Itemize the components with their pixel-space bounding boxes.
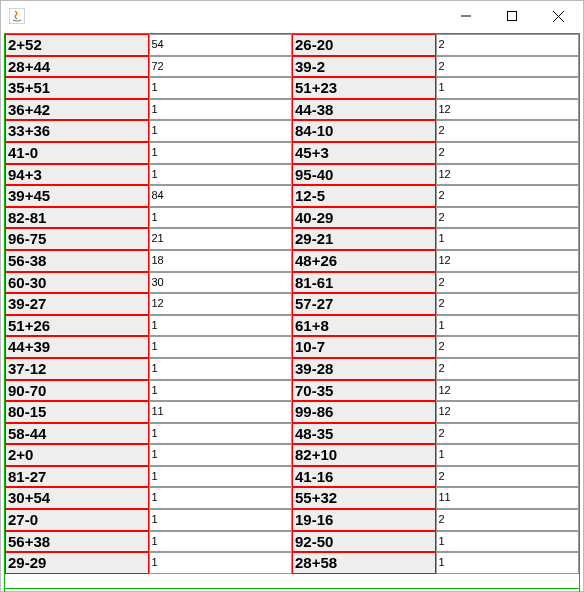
problem-row: 81-271 <box>5 466 292 488</box>
answer-input[interactable]: 1 <box>149 552 293 574</box>
question-cell: 36+42 <box>5 99 149 121</box>
question-cell: 44+39 <box>5 336 149 358</box>
answer-input[interactable]: 1 <box>149 207 293 229</box>
problem-row: 33+361 <box>5 120 292 142</box>
answer-input[interactable]: 2 <box>436 56 580 78</box>
problem-grid: 2+525428+447235+51136+42133+36141-0194+3… <box>4 33 580 589</box>
answer-input[interactable]: 2 <box>436 185 580 207</box>
question-cell: 2+0 <box>5 444 149 466</box>
answer-input[interactable]: 12 <box>436 401 580 423</box>
problem-row: 44+391 <box>5 336 292 358</box>
question-cell: 28+44 <box>5 56 149 78</box>
question-cell: 61+8 <box>292 315 436 337</box>
answer-input[interactable]: 54 <box>149 34 293 56</box>
answer-input[interactable]: 1 <box>436 444 580 466</box>
answer-input[interactable]: 1 <box>436 531 580 553</box>
answer-input[interactable]: 1 <box>436 315 580 337</box>
right-column: 26-20239-2251+23144-381284-10245+3295-40… <box>292 34 579 588</box>
question-cell: 41-16 <box>292 466 436 488</box>
answer-input[interactable]: 11 <box>436 487 580 509</box>
problem-row: 90-701 <box>5 380 292 402</box>
answer-input[interactable]: 11 <box>149 401 293 423</box>
problem-row: 30+541 <box>5 487 292 509</box>
answer-input[interactable]: 30 <box>149 272 293 294</box>
answer-input[interactable]: 12 <box>436 380 580 402</box>
question-cell: 45+3 <box>292 142 436 164</box>
question-cell: 39+45 <box>5 185 149 207</box>
problem-row: 48-352 <box>292 423 579 445</box>
answer-input[interactable]: 12 <box>436 164 580 186</box>
answer-input[interactable]: 2 <box>436 423 580 445</box>
problem-row: 70-3512 <box>292 380 579 402</box>
answer-input[interactable]: 2 <box>436 34 580 56</box>
answer-input[interactable]: 2 <box>436 336 580 358</box>
answer-input[interactable]: 1 <box>149 423 293 445</box>
problem-row: 29-211 <box>292 228 579 250</box>
answer-input[interactable]: 1 <box>149 164 293 186</box>
answer-input[interactable]: 2 <box>436 120 580 142</box>
problem-row: 82-811 <box>5 207 292 229</box>
answer-input[interactable]: 1 <box>149 315 293 337</box>
problem-row: 2+5254 <box>5 34 292 56</box>
answer-input[interactable]: 2 <box>436 142 580 164</box>
answer-input[interactable]: 2 <box>436 293 580 315</box>
answer-input[interactable]: 12 <box>436 250 580 272</box>
question-cell: 94+3 <box>5 164 149 186</box>
question-cell: 55+32 <box>292 487 436 509</box>
question-cell: 58-44 <box>5 423 149 445</box>
question-cell: 80-15 <box>5 401 149 423</box>
question-cell: 70-35 <box>292 380 436 402</box>
answer-input[interactable]: 1 <box>149 142 293 164</box>
problem-row: 39-22 <box>292 56 579 78</box>
problem-row: 58-441 <box>5 423 292 445</box>
answer-input[interactable]: 2 <box>436 466 580 488</box>
answer-input[interactable]: 1 <box>149 336 293 358</box>
answer-input[interactable]: 2 <box>436 509 580 531</box>
problem-row: 80-1511 <box>5 401 292 423</box>
answer-input[interactable]: 72 <box>149 56 293 78</box>
answer-input[interactable]: 1 <box>149 487 293 509</box>
problem-row: 12-52 <box>292 185 579 207</box>
question-cell: 29-21 <box>292 228 436 250</box>
question-cell: 2+52 <box>5 34 149 56</box>
problem-row: 37-121 <box>5 358 292 380</box>
question-cell: 51+26 <box>5 315 149 337</box>
question-cell: 84-10 <box>292 120 436 142</box>
problem-row: 26-202 <box>292 34 579 56</box>
answer-input[interactable]: 1 <box>436 228 580 250</box>
answer-input[interactable]: 1 <box>436 552 580 574</box>
question-cell: 12-5 <box>292 185 436 207</box>
problem-row: 57-272 <box>292 293 579 315</box>
answer-input[interactable]: 1 <box>149 77 293 99</box>
answer-input[interactable]: 1 <box>149 120 293 142</box>
question-cell: 81-27 <box>5 466 149 488</box>
question-cell: 29-29 <box>5 552 149 574</box>
question-cell: 56+38 <box>5 531 149 553</box>
answer-input[interactable]: 2 <box>436 272 580 294</box>
answer-input[interactable]: 18 <box>149 250 293 272</box>
answer-input[interactable]: 1 <box>149 509 293 531</box>
question-cell: 48+26 <box>292 250 436 272</box>
answer-input[interactable]: 1 <box>149 466 293 488</box>
question-cell: 39-27 <box>5 293 149 315</box>
answer-input[interactable]: 21 <box>149 228 293 250</box>
close-button[interactable] <box>535 1 581 31</box>
answer-input[interactable]: 1 <box>149 444 293 466</box>
answer-input[interactable]: 1 <box>149 531 293 553</box>
answer-input[interactable]: 12 <box>149 293 293 315</box>
question-cell: 39-2 <box>292 56 436 78</box>
answer-input[interactable]: 1 <box>149 358 293 380</box>
answer-input[interactable]: 1 <box>436 77 580 99</box>
problem-row: 2+01 <box>5 444 292 466</box>
answer-input[interactable]: 12 <box>436 99 580 121</box>
answer-input[interactable]: 2 <box>436 207 580 229</box>
problem-row: 39-282 <box>292 358 579 380</box>
minimize-button[interactable] <box>443 1 489 31</box>
problem-row: 56-3818 <box>5 250 292 272</box>
maximize-button[interactable] <box>489 1 535 31</box>
answer-input[interactable]: 1 <box>149 380 293 402</box>
answer-input[interactable]: 1 <box>149 99 293 121</box>
answer-input[interactable]: 2 <box>436 358 580 380</box>
problem-row: 41-162 <box>292 466 579 488</box>
answer-input[interactable]: 84 <box>149 185 293 207</box>
